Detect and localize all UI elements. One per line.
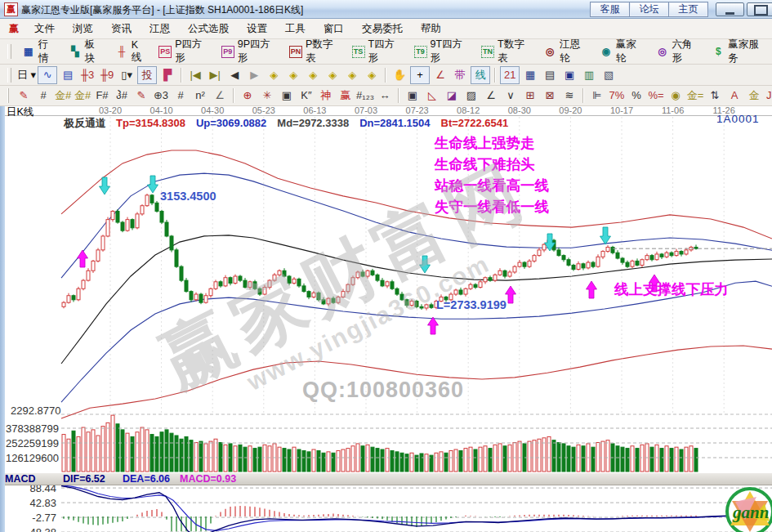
golden-tool-icon[interactable]: 金 (745, 87, 763, 104)
golden-grid-tool-icon[interactable]: 金# (54, 87, 72, 104)
next-button-icon[interactable]: ▶ (245, 67, 263, 83)
pencil-tool-icon[interactable]: ✎ (15, 87, 33, 104)
gann-circle-tool-icon[interactable]: ⊕ (239, 87, 257, 104)
grid-box-tool-icon[interactable]: ⊠ (541, 87, 559, 104)
hand-tool-icon[interactable]: ✋ (390, 67, 408, 83)
maximize-button[interactable] (747, 2, 772, 16)
shen-tool-icon[interactable]: 神 (317, 87, 335, 104)
k-mark-tool-icon[interactable]: K″ (297, 87, 315, 104)
ying-tool-icon[interactable]: 赢 (337, 87, 355, 104)
menu-设置[interactable]: 设置 (238, 20, 276, 38)
service-button[interactable]: 客服 (590, 2, 630, 17)
t-square-button[interactable]: TST四方形 (346, 42, 408, 61)
kline-chart[interactable] (0, 103, 772, 532)
gann-grid-tool-icon[interactable]: # (34, 87, 52, 104)
v-lines-tool-icon[interactable]: ∨ (502, 87, 520, 104)
angle-measure-tool-icon[interactable]: ∠ (431, 67, 449, 83)
zoom-diamond-plus-icon[interactable]: ◈ (363, 67, 381, 83)
menu-公式选股[interactable]: 公式选股 (179, 20, 238, 38)
chart3-tool-icon[interactable]: ╫3 (78, 67, 96, 83)
toolbar-grip[interactable] (7, 68, 11, 83)
shade-box-tool-icon[interactable]: ▨ (462, 87, 480, 104)
zoom-diamond-right-icon[interactable]: ◈ (284, 67, 302, 83)
market-quotes-button[interactable]: ▦行情 (16, 42, 63, 61)
j-angle-tool-icon[interactable]: J∠ (765, 87, 772, 104)
percent7-tool-icon[interactable]: 7% (608, 87, 626, 104)
export-tool-icon[interactable]: ▥ (580, 67, 598, 83)
kline-button[interactable]: ╫K线 (109, 42, 153, 61)
invest-tool-icon[interactable]: 投 (137, 66, 157, 84)
percent-tool-icon[interactable]: % (627, 87, 645, 104)
trend-wave-tool-icon[interactable]: ∿ (38, 66, 57, 84)
golden-lines-tool-icon[interactable]: 金= (686, 87, 704, 104)
forum-button[interactable]: 论坛 (629, 2, 669, 17)
zoom-diamond-v-icon[interactable]: ◈ (343, 67, 361, 83)
winner-service-button[interactable]: $赢家服务 (706, 42, 772, 61)
gann-wheel-button[interactable]: ◎江恩轮 (538, 42, 594, 61)
menu-窗口[interactable]: 窗口 (315, 20, 353, 38)
angle-lines-tool-icon[interactable]: ∠ (482, 87, 500, 104)
zoom-diamond-left-icon[interactable]: ◈ (265, 67, 283, 83)
band-tool-icon[interactable]: 带 (451, 67, 469, 83)
wave-a-tool-icon[interactable]: A (725, 87, 743, 104)
p-square-button[interactable]: PSP四方形 (153, 42, 216, 61)
fan-lines-tool-icon[interactable]: ◺ (423, 87, 441, 104)
crosshair-tool-icon[interactable]: + (410, 66, 430, 84)
macd-header-strip[interactable]: MACD DIF=6.52 DEA=6.06 MACD=0.93 (0, 472, 772, 485)
width-tool-icon[interactable]: ↔ (376, 87, 394, 104)
t-table-button[interactable]: TNT数字表 (475, 42, 538, 61)
zoom-diamond-x-icon[interactable]: ◈ (324, 67, 341, 83)
parallel-lines-tool-icon[interactable]: ≋ (560, 87, 578, 104)
angle-grid-tool-icon[interactable]: ∠ (211, 87, 229, 104)
updown-tool-icon[interactable]: ⇅ (706, 87, 724, 104)
9p-square-button[interactable]: P99P四方形 (216, 42, 283, 61)
golden-circle-tool-icon[interactable]: ◉ (667, 87, 685, 104)
chart9-tool-icon[interactable]: ╫9 (98, 67, 116, 83)
save-tool-icon[interactable]: ▣ (560, 67, 578, 83)
menu-工具[interactable]: 工具 (276, 20, 315, 38)
menu-浏览[interactable]: 浏览 (64, 20, 102, 38)
grid-cross-tool-icon[interactable]: ⊞ (521, 87, 539, 104)
notes-tool-icon[interactable]: ▤ (541, 67, 559, 83)
period-selector-icon[interactable]: 日 ▾ (17, 67, 36, 83)
pencil-grid-tool-icon[interactable]: ✎ (132, 87, 150, 104)
info-doc-tool-icon[interactable]: ▤ (59, 67, 77, 83)
level-tool-icon[interactable]: ⊫ (588, 87, 606, 104)
calendar-tool-icon[interactable]: 21 (500, 66, 520, 84)
sectors-button[interactable]: ▚板块 (63, 42, 109, 61)
grid-123-tool-icon[interactable]: #₁₂₃ (356, 87, 374, 104)
gann-box-tool-icon[interactable]: ▣ (278, 87, 296, 104)
fan-box-tool-icon[interactable]: ◪ (443, 87, 461, 104)
chart-canvas[interactable]: 赢家财富网 www.yingjia360.com 03-2004-1004-30… (0, 103, 772, 532)
gann-star-tool-icon[interactable]: ✳ (258, 87, 276, 104)
n2-grid-tool-icon[interactable]: n² (191, 87, 209, 104)
winner-wheel-button[interactable]: ◉赢家轮 (594, 42, 650, 61)
golden-grid2-tool-icon[interactable]: 金# (74, 87, 91, 104)
9t-square-button[interactable]: T99T四方形 (408, 42, 475, 61)
f-grid-tool-icon[interactable]: F# (93, 87, 111, 104)
minimize-button[interactable] (716, 2, 744, 16)
menu-江恩[interactable]: 江恩 (141, 20, 179, 38)
print-tool-icon[interactable]: ▧ (600, 67, 618, 83)
hexagon-button[interactable]: ◎六角形 (650, 42, 707, 61)
first-page-button-icon[interactable]: |◀ (186, 67, 204, 83)
spiral-grid-tool-icon[interactable]: ჰ# (113, 87, 131, 104)
percent-lines-tool-icon[interactable]: %= (647, 87, 665, 104)
candle-style-tool-icon[interactable]: ▯▾ (118, 67, 136, 83)
line-tool-icon[interactable]: 线 (471, 66, 490, 84)
home-button[interactable]: 主页 (668, 2, 708, 17)
circle3-grid-tool-icon[interactable]: ⊕3 (152, 87, 170, 104)
gong-tool-icon[interactable]: ▣ (404, 87, 422, 104)
last-page-button-icon[interactable]: ▶| (206, 67, 224, 83)
flag-tool-icon[interactable]: ▛ (158, 67, 176, 83)
toolbar-grip[interactable] (7, 88, 9, 103)
dense-grid-tool-icon[interactable]: # (172, 87, 190, 104)
menu-资讯[interactable]: 资讯 (102, 20, 141, 38)
p-table-button[interactable]: PNP数字表 (283, 42, 346, 61)
menu-交易委托[interactable]: 交易委托 (353, 20, 412, 38)
prev-button-icon[interactable]: ◀ (225, 67, 243, 83)
menu-帮助[interactable]: 帮助 (412, 20, 450, 38)
calculator-tool-icon[interactable]: ▦ (521, 67, 539, 83)
menu-文件[interactable]: 文件 (25, 20, 64, 38)
zoom-diamond-h-icon[interactable]: ◈ (304, 67, 322, 83)
